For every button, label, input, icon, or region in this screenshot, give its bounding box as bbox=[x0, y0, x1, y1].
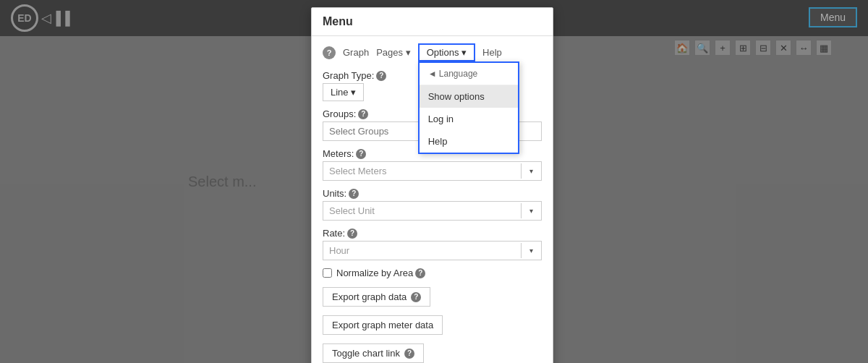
rate-label: Rate: ? bbox=[323, 228, 542, 239]
units-select[interactable]: Select Unit bbox=[323, 202, 521, 220]
rate-select[interactable]: Hour bbox=[323, 242, 521, 260]
options-dropdown-container: Options ▾ ◄ Language Show options Log in… bbox=[418, 43, 475, 61]
meters-select-wrapper: Select Meters ▾ bbox=[323, 161, 542, 181]
modal-dialog: Menu ? Graph Pages ▾ Options ▾ ◄ Languag… bbox=[311, 7, 553, 363]
normalize-info-icon[interactable]: ? bbox=[415, 268, 425, 278]
modal-title: Menu bbox=[323, 15, 353, 27]
meters-info-icon[interactable]: ? bbox=[356, 149, 366, 159]
toggle-chart-button[interactable]: Toggle chart link ? bbox=[323, 343, 424, 363]
graph-type-info-icon[interactable]: ? bbox=[376, 71, 386, 81]
normalize-label: Normalize by Area ? bbox=[336, 268, 425, 278]
options-show-options-item[interactable]: Show options bbox=[420, 85, 518, 108]
options-menu: ◄ Language Show options Log in Help bbox=[418, 61, 519, 154]
export-graph-label: Export graph data bbox=[332, 291, 407, 302]
toggle-chart-label: Toggle chart link bbox=[332, 348, 400, 359]
options-help-item[interactable]: Help bbox=[420, 130, 518, 153]
export-graph-row: Export graph data ? bbox=[323, 287, 542, 311]
units-group: Units: ? Select Unit ▾ bbox=[323, 188, 542, 221]
export-graph-button[interactable]: Export graph data ? bbox=[323, 287, 430, 307]
help-link[interactable]: Help bbox=[482, 47, 502, 58]
options-login-item[interactable]: Log in bbox=[420, 108, 518, 130]
groups-info-icon[interactable]: ? bbox=[358, 109, 368, 119]
export-meter-button[interactable]: Export graph meter data bbox=[323, 315, 443, 335]
units-info-icon[interactable]: ? bbox=[349, 189, 359, 199]
graph-link[interactable]: Graph bbox=[343, 47, 369, 58]
units-label: Units: ? bbox=[323, 188, 542, 199]
modal-nav: ? Graph Pages ▾ Options ▾ ◄ Language Sho… bbox=[323, 43, 542, 61]
toggle-chart-info-icon[interactable]: ? bbox=[404, 349, 414, 359]
rate-select-arrow: ▾ bbox=[521, 243, 541, 258]
rate-info-icon[interactable]: ? bbox=[347, 229, 357, 239]
toggle-chart-row: Toggle chart link ? bbox=[323, 343, 542, 363]
modal-header: Menu bbox=[312, 8, 553, 36]
export-graph-info-icon[interactable]: ? bbox=[411, 292, 421, 302]
export-meter-row: Export graph meter data bbox=[323, 315, 542, 339]
units-select-wrapper: Select Unit ▾ bbox=[323, 201, 542, 221]
units-select-arrow: ▾ bbox=[521, 203, 541, 218]
meters-select[interactable]: Select Meters bbox=[323, 162, 521, 180]
options-button[interactable]: Options ▾ bbox=[418, 43, 475, 61]
graph-type-button[interactable]: Line ▾ bbox=[323, 83, 364, 101]
rate-group: Rate: ? Hour ▾ bbox=[323, 228, 542, 260]
nav-help-icon[interactable]: ? bbox=[323, 46, 336, 59]
meters-select-arrow: ▾ bbox=[521, 163, 541, 179]
normalize-checkbox[interactable] bbox=[323, 268, 332, 278]
rate-select-wrapper: Hour ▾ bbox=[323, 241, 542, 260]
modal-body: ? Graph Pages ▾ Options ▾ ◄ Language Sho… bbox=[312, 36, 553, 363]
normalize-row: Normalize by Area ? bbox=[323, 268, 542, 278]
options-language-item[interactable]: ◄ Language bbox=[420, 63, 518, 85]
pages-link[interactable]: Pages ▾ bbox=[376, 47, 410, 58]
